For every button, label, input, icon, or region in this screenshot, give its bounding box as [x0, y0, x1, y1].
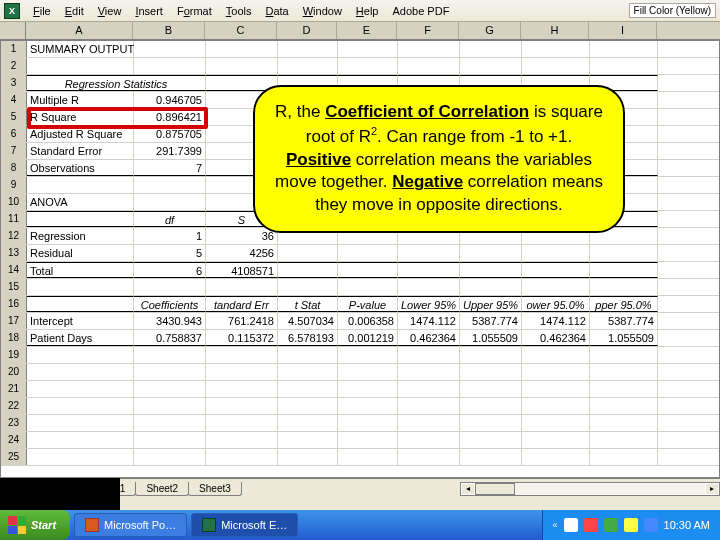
- col-header-D[interactable]: D: [277, 22, 337, 39]
- row-header[interactable]: 21: [1, 381, 27, 397]
- cell-B19[interactable]: [134, 347, 206, 363]
- cell-B23[interactable]: [134, 415, 206, 431]
- row-header[interactable]: 9: [1, 177, 27, 193]
- cell-B22[interactable]: [134, 398, 206, 414]
- col-header-H[interactable]: H: [521, 22, 589, 39]
- cell-I17[interactable]: 5387.774: [590, 313, 658, 329]
- cell-F1[interactable]: [398, 41, 460, 57]
- cell-D19[interactable]: [278, 347, 338, 363]
- row-header[interactable]: 20: [1, 364, 27, 380]
- menu-adobe-pdf[interactable]: Adobe PDF: [385, 3, 456, 19]
- col-header-G[interactable]: G: [459, 22, 521, 39]
- cell-G16[interactable]: Upper 95%: [460, 296, 522, 312]
- cell-A5[interactable]: R Square: [27, 109, 134, 125]
- cell-C1[interactable]: [206, 41, 278, 57]
- row-header[interactable]: 15: [1, 279, 27, 295]
- cell-F16[interactable]: Lower 95%: [398, 296, 460, 312]
- cell-E24[interactable]: [338, 432, 398, 448]
- cell-E1[interactable]: [338, 41, 398, 57]
- tray-icon[interactable]: [644, 518, 658, 532]
- cell-D2[interactable]: [278, 58, 338, 74]
- cell-D14[interactable]: [278, 262, 338, 278]
- cell-C16[interactable]: tandard Err: [206, 296, 278, 312]
- tray-icon[interactable]: [584, 518, 598, 532]
- cell-H14[interactable]: [522, 262, 590, 278]
- cell-D13[interactable]: [278, 245, 338, 261]
- cell-E21[interactable]: [338, 381, 398, 397]
- cell-A25[interactable]: [27, 449, 134, 465]
- cell-B8[interactable]: 7: [134, 160, 206, 176]
- cell-G15[interactable]: [460, 279, 522, 295]
- cell-G18[interactable]: 1.055509: [460, 330, 522, 346]
- cell-C25[interactable]: [206, 449, 278, 465]
- menu-window[interactable]: Window: [296, 3, 349, 19]
- cell-F24[interactable]: [398, 432, 460, 448]
- cell-F23[interactable]: [398, 415, 460, 431]
- scroll-right[interactable]: ▸: [705, 483, 719, 495]
- cell-A2[interactable]: [27, 58, 134, 74]
- cell-B18[interactable]: 0.758837: [134, 330, 206, 346]
- col-header-C[interactable]: C: [205, 22, 277, 39]
- cell-B15[interactable]: [134, 279, 206, 295]
- cell-B13[interactable]: 5: [134, 245, 206, 261]
- row-header[interactable]: 5: [1, 109, 27, 125]
- cell-B6[interactable]: 0.875705: [134, 126, 206, 142]
- cell-A16[interactable]: [27, 296, 134, 312]
- cell-A22[interactable]: [27, 398, 134, 414]
- cell-D23[interactable]: [278, 415, 338, 431]
- cell-B24[interactable]: [134, 432, 206, 448]
- cell-H16[interactable]: ower 95.0%: [522, 296, 590, 312]
- col-header-B[interactable]: B: [133, 22, 205, 39]
- cell-I16[interactable]: pper 95.0%: [590, 296, 658, 312]
- cell-G20[interactable]: [460, 364, 522, 380]
- cell-F22[interactable]: [398, 398, 460, 414]
- start-button[interactable]: Start: [0, 510, 70, 540]
- cell-B2[interactable]: [134, 58, 206, 74]
- cell-D1[interactable]: [278, 41, 338, 57]
- cell-A15[interactable]: [27, 279, 134, 295]
- cell-D20[interactable]: [278, 364, 338, 380]
- row-header[interactable]: 12: [1, 228, 27, 244]
- cell-H19[interactable]: [522, 347, 590, 363]
- cell-C20[interactable]: [206, 364, 278, 380]
- row-header[interactable]: 3: [1, 75, 27, 91]
- cell-I15[interactable]: [590, 279, 658, 295]
- cell-B12[interactable]: 1: [134, 228, 206, 244]
- row-header[interactable]: 19: [1, 347, 27, 363]
- cell-C15[interactable]: [206, 279, 278, 295]
- cell-D24[interactable]: [278, 432, 338, 448]
- row-header[interactable]: 17: [1, 313, 27, 329]
- cell-D21[interactable]: [278, 381, 338, 397]
- cell-A11[interactable]: [27, 211, 134, 227]
- cell-H1[interactable]: [522, 41, 590, 57]
- cell-A6[interactable]: Adjusted R Square: [27, 126, 134, 142]
- cell-H24[interactable]: [522, 432, 590, 448]
- cell-B17[interactable]: 3430.943: [134, 313, 206, 329]
- cell-C21[interactable]: [206, 381, 278, 397]
- cell-E13[interactable]: [338, 245, 398, 261]
- menu-view[interactable]: View: [91, 3, 129, 19]
- cell-I2[interactable]: [590, 58, 658, 74]
- cell-F18[interactable]: 0.462364: [398, 330, 460, 346]
- cell-I18[interactable]: 1.055509: [590, 330, 658, 346]
- cell-I22[interactable]: [590, 398, 658, 414]
- cell-B4[interactable]: 0.946705: [134, 92, 206, 108]
- cell-B16[interactable]: Coefficients: [134, 296, 206, 312]
- cell-G19[interactable]: [460, 347, 522, 363]
- cell-A10[interactable]: ANOVA: [27, 194, 134, 210]
- cell-I13[interactable]: [590, 245, 658, 261]
- cell-C24[interactable]: [206, 432, 278, 448]
- taskbar-button[interactable]: Microsoft Po…: [74, 513, 187, 537]
- cell-E2[interactable]: [338, 58, 398, 74]
- cell-G17[interactable]: 5387.774: [460, 313, 522, 329]
- cell-F19[interactable]: [398, 347, 460, 363]
- cell-B1[interactable]: [134, 41, 206, 57]
- cell-E20[interactable]: [338, 364, 398, 380]
- cell-E18[interactable]: 0.001219: [338, 330, 398, 346]
- cell-C14[interactable]: 4108571: [206, 262, 278, 278]
- menu-tools[interactable]: Tools: [219, 3, 259, 19]
- cell-B25[interactable]: [134, 449, 206, 465]
- tray-expand[interactable]: «: [553, 520, 558, 530]
- cell-B5[interactable]: 0.896421: [134, 109, 206, 125]
- cell-A18[interactable]: Patient Days: [27, 330, 134, 346]
